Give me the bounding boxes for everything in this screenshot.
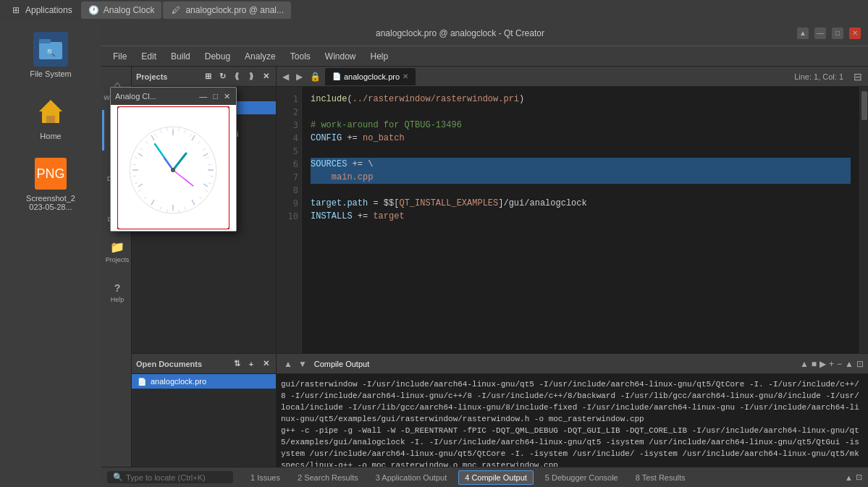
status-tab-app-output[interactable]: 3 Application Output [370, 471, 452, 484]
status-search-input[interactable] [126, 473, 227, 482]
tool-projects[interactable]: 📁 Projects [102, 232, 131, 272]
nav-back-icon[interactable]: ◀ [279, 72, 292, 82]
project-panel-title: Projects [136, 72, 167, 81]
svg-rect-2 [39, 39, 51, 43]
clock-controls: — □ ✕ [198, 92, 232, 101]
open-docs-icons: ⇅ + ✕ [231, 358, 271, 370]
svg-text:PNG: PNG [36, 166, 64, 181]
top-section: Projects ⊞ ↻ ⟪ ⟫ ✕ ▼ [132, 67, 868, 353]
compile-play-icon[interactable]: ▶ [819, 359, 826, 369]
compile-line-2: g++ -c -pipe -g -Wall -W -D_REENTRANT -f… [281, 425, 864, 471]
applications-icon: ⊞ [10, 4, 22, 16]
compile-nav-down[interactable]: ▼ [295, 359, 310, 369]
collapse-icon[interactable]: ⟪ [231, 71, 243, 82]
help-icon: ? [114, 282, 121, 294]
taskbar-qtcreator[interactable]: 🖊 analogclock.pro @ anal... [163, 1, 291, 19]
tool-help[interactable]: ? Help [102, 272, 131, 313]
status-tab-test[interactable]: 8 Test Results [630, 471, 691, 484]
compile-collapse-icon[interactable]: ▲ [845, 359, 854, 369]
menu-help[interactable]: Help [365, 49, 395, 64]
screenshot-icon: PNG [33, 156, 68, 191]
open-doc-label: analogclock.pro [151, 377, 206, 386]
restore-button[interactable]: □ [832, 27, 843, 39]
close-doc-panel-icon[interactable]: ✕ [260, 358, 271, 370]
add-doc-icon[interactable]: + [245, 358, 257, 370]
status-right-controls: ▲ ⊡ [845, 473, 862, 482]
status-search-box[interactable]: 🔍 [107, 471, 233, 483]
close-panel-icon[interactable]: ✕ [260, 71, 271, 82]
home-label: Home [40, 132, 61, 140]
menu-build[interactable]: Build [165, 49, 196, 64]
filter-icon[interactable]: ⊞ [202, 71, 214, 82]
code-line-2 [311, 106, 851, 119]
status-tab-test-label: 8 Test Results [636, 473, 686, 482]
compile-expand-icon[interactable]: ⊡ [856, 359, 864, 369]
desktop-icon-home[interactable]: Home [18, 90, 83, 145]
window-controls: ▲ — □ ✕ [797, 27, 861, 39]
status-up-icon[interactable]: ▲ [845, 473, 853, 482]
status-expand-icon[interactable]: ⊡ [856, 473, 862, 482]
open-docs-header: Open Documents ⇅ + ✕ [132, 354, 276, 374]
clock-popup-title: Analog Cl... [115, 92, 156, 101]
status-tab-debugger-label: 5 Debugger Console [545, 473, 618, 482]
close-button[interactable]: ✕ [849, 27, 861, 39]
status-tab-debugger[interactable]: 5 Debugger Console [539, 471, 624, 484]
compile-minus-icon[interactable]: − [837, 359, 842, 369]
code-line-4: CONFIG += no_batch [311, 132, 851, 145]
compile-tab-label: Compile Output [310, 360, 374, 368]
status-tab-compile-label: 4 Compile Output [465, 473, 527, 482]
maximize-button[interactable]: — [814, 27, 826, 39]
menu-window[interactable]: Window [319, 49, 362, 64]
svg-text:🔍: 🔍 [46, 48, 56, 57]
menu-edit[interactable]: Edit [135, 49, 162, 64]
sort-docs-icon[interactable]: ⇅ [231, 358, 243, 370]
title-bar: analogclock.pro @ analogclock - Qt Creat… [101, 20, 868, 46]
editor-tab-analogclock-pro[interactable]: 📄 analogclock.pro ✕ [325, 68, 416, 85]
status-bar: 🔍 1 Issues 2 Search Results 3 Applicatio… [101, 467, 868, 487]
split-editor-icon[interactable]: ⊟ [851, 71, 865, 82]
nav-forward-icon[interactable]: ▶ [293, 72, 306, 82]
editor-scrollbar[interactable] [859, 87, 868, 353]
desktop-sidebar: 🔍 File System Home PNG Screenshot_2023-0… [0, 20, 101, 487]
taskbar-applications-label: Applications [25, 5, 72, 15]
scroll-thumb[interactable] [861, 91, 867, 120]
editor-area: ◀ ▶ 🔒 📄 analogclock.pro ✕ Line: 1, Col: … [277, 67, 868, 353]
clock-minimize[interactable]: — [198, 92, 208, 101]
compile-stop-icon[interactable]: ■ [812, 359, 817, 369]
compile-nav-up[interactable]: ▲ [281, 359, 295, 369]
sync-icon[interactable]: ↻ [216, 71, 228, 82]
open-doc-item-analogclock-pro[interactable]: 📄 analogclock.pro [132, 374, 276, 389]
line-numbers: 1 2 3 4 5 6 7 8 9 10 [277, 87, 302, 353]
menu-tools[interactable]: Tools [285, 49, 316, 64]
filesystem-label: File System [30, 69, 71, 78]
desktop-icon-screenshot[interactable]: PNG Screenshot_2023-05-28... [18, 152, 83, 216]
status-tab-issues[interactable]: 1 Issues [245, 471, 286, 484]
tab-close-icon[interactable]: ✕ [403, 72, 408, 80]
code-line-6: SOURCES += \ [311, 158, 851, 171]
clock-icon: 🕐 [88, 4, 100, 16]
code-line-8 [311, 184, 851, 197]
svg-rect-5 [46, 116, 55, 123]
taskbar-analog-clock[interactable]: 🕐 Analog Clock [81, 1, 162, 19]
clock-maximize[interactable]: □ [211, 92, 219, 101]
status-tab-compile[interactable]: 4 Compile Output [458, 470, 534, 485]
expand-icon[interactable]: ⟫ [245, 71, 257, 82]
desktop-icon-filesystem[interactable]: 🔍 File System [18, 27, 83, 82]
editor-content[interactable]: include(../rasterwindow/rasterwindow.pri… [302, 87, 859, 353]
menu-debug[interactable]: Debug [199, 49, 236, 64]
minimize-button[interactable]: ▲ [797, 27, 809, 39]
taskbar-applications[interactable]: ⊞ Applications [3, 1, 80, 19]
content-area: Projects ⊞ ↻ ⟪ ⟫ ✕ ▼ [132, 67, 868, 487]
svg-point-56 [171, 168, 175, 172]
menu-analyze[interactable]: Analyze [239, 49, 282, 64]
clock-close[interactable]: ✕ [222, 92, 232, 101]
home-icon [33, 94, 68, 129]
menu-file[interactable]: File [107, 49, 132, 64]
compile-add-icon[interactable]: + [829, 359, 834, 369]
status-tab-search[interactable]: 2 Search Results [292, 471, 364, 484]
clock-canvas [111, 105, 236, 231]
code-line-3: # work-around for QTBUG-13496 [311, 119, 851, 132]
qtcreator-icon: 🖊 [170, 4, 182, 16]
projects-icon: 📁 [110, 240, 125, 254]
compile-up-icon[interactable]: ▲ [800, 359, 809, 369]
